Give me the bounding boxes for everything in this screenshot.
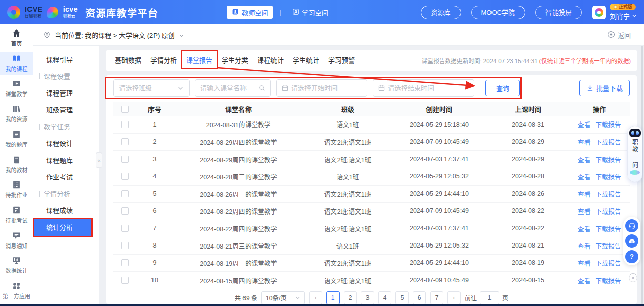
- rail-item-messages[interactable]: 消息通知: [0, 229, 33, 252]
- class-select-input[interactable]: [119, 84, 174, 92]
- prev-page-button[interactable]: ‹: [309, 291, 322, 304]
- teacher-space-button[interactable]: 教师空间: [227, 6, 273, 19]
- rail-item-classroom-teaching[interactable]: 课堂教学: [0, 77, 33, 100]
- view-link[interactable]: 查看: [577, 157, 590, 164]
- learning-space-icon: [292, 8, 299, 17]
- column-header: 课堂名称: [172, 102, 304, 116]
- tab-course-statistics[interactable]: 课程统计: [253, 50, 288, 71]
- row-checkbox[interactable]: [121, 277, 129, 284]
- download-report-link[interactable]: 下载报告: [596, 243, 621, 250]
- page-size-select[interactable]: 10条/页: [261, 291, 305, 304]
- rail-item-statistics[interactable]: 数据统计: [0, 254, 33, 278]
- download-report-link[interactable]: 下载报告: [596, 157, 621, 164]
- page-button-2[interactable]: 2: [344, 291, 357, 304]
- customer-service-button[interactable]: [625, 219, 638, 232]
- view-link[interactable]: 查看: [577, 208, 590, 216]
- download-center-button[interactable]: [625, 234, 638, 248]
- tab-classroom-report[interactable]: 课堂报告: [181, 50, 217, 71]
- view-link[interactable]: 查看: [577, 278, 590, 285]
- view-link[interactable]: 查看: [577, 174, 590, 181]
- page-button-5[interactable]: 5: [395, 291, 409, 304]
- classroom-name-input[interactable]: [200, 84, 256, 92]
- view-link[interactable]: 查看: [577, 243, 590, 250]
- row-checkbox[interactable]: [121, 121, 129, 128]
- tab-basic-data[interactable]: 基础数据: [110, 50, 146, 71]
- start-time-input[interactable]: [291, 84, 362, 92]
- cell-classroom-name: 2024-08-29周四的课堂教学: [172, 150, 304, 168]
- select-all-checkbox[interactable]: [121, 106, 129, 113]
- rail-item-my-resources[interactable]: 我的资源: [0, 102, 33, 126]
- menu-item-course-grades[interactable]: 课程成绩: [33, 202, 99, 219]
- menu-item-course-guide[interactable]: 课程引导: [33, 51, 99, 68]
- next-page-button[interactable]: ›: [447, 291, 461, 304]
- menu-item-statistical-analysis[interactable]: 统计分析: [33, 219, 92, 236]
- end-time-input[interactable]: [388, 84, 469, 92]
- class-select[interactable]: [113, 79, 190, 97]
- rail-item-my-courses[interactable]: 我的课程: [0, 52, 33, 75]
- download-report-link[interactable]: 下载报告: [596, 121, 621, 129]
- resource-library-button[interactable]: 资源库: [421, 6, 461, 19]
- smart-casting-button[interactable]: 智能投屏: [535, 6, 582, 19]
- menu-item-course-management[interactable]: 课程管理: [33, 85, 99, 102]
- tabs: 基础数据学情分析课堂报告学生分类课程统计学生统计学习预警: [110, 50, 359, 71]
- menu-collapse-handle[interactable]: «: [96, 152, 102, 168]
- download-report-link[interactable]: 下载报告: [596, 278, 621, 285]
- page-button-4[interactable]: 4: [378, 291, 391, 304]
- view-link[interactable]: 查看: [577, 226, 590, 233]
- page-button-6[interactable]: 6: [413, 291, 426, 304]
- row-checkbox[interactable]: [121, 156, 129, 163]
- menu-item-course-design[interactable]: 课程设计: [33, 135, 99, 152]
- row-checkbox[interactable]: [121, 259, 129, 266]
- row-checkbox[interactable]: [121, 138, 129, 145]
- download-report-link[interactable]: 下载报告: [596, 139, 621, 146]
- tab-student-statistics[interactable]: 学生统计: [288, 50, 324, 71]
- page-button-1[interactable]: 1: [326, 291, 340, 304]
- help-button[interactable]: ?: [625, 250, 638, 263]
- row-checkbox[interactable]: [121, 190, 129, 197]
- learning-space-button[interactable]: 学习空间: [287, 6, 333, 19]
- end-time-picker[interactable]: [373, 79, 474, 97]
- mooc-academy-button[interactable]: MOOC学院: [471, 6, 525, 19]
- menu-item-course-question-bank[interactable]: 课程题库: [33, 152, 99, 169]
- course-switch-chevron-icon[interactable]: [179, 32, 185, 38]
- avatar[interactable]: [592, 6, 606, 19]
- query-button[interactable]: 查询: [485, 80, 520, 96]
- download-report-link[interactable]: 下载报告: [596, 191, 621, 198]
- page-button-7[interactable]: 7: [430, 291, 443, 304]
- rail-item-question-bank[interactable]: 我的题库: [0, 128, 33, 151]
- tab-learning-analysis[interactable]: 学情分析: [146, 50, 181, 71]
- batch-download-button[interactable]: 批量下载: [579, 80, 630, 96]
- view-link[interactable]: 查看: [577, 260, 590, 267]
- goto-page-input[interactable]: [480, 291, 499, 304]
- checkbox-cell: [113, 185, 137, 202]
- rail-item-exams[interactable]: 待批考试: [0, 203, 33, 227]
- view-link[interactable]: 查看: [577, 139, 590, 146]
- collapse-widgets-button[interactable]: ×: [629, 273, 637, 282]
- row-checkbox[interactable]: [121, 173, 129, 180]
- tab-learning-warning[interactable]: 学习预警: [324, 50, 359, 71]
- row-checkbox[interactable]: [121, 207, 129, 215]
- download-report-link[interactable]: 下载报告: [596, 226, 621, 233]
- view-link[interactable]: 查看: [577, 191, 590, 198]
- rail-item-homework[interactable]: 待批作业: [0, 178, 33, 201]
- classroom-name-search[interactable]: [195, 79, 271, 97]
- view-link[interactable]: 查看: [577, 121, 590, 129]
- assistant-widget[interactable]: 职教一问: [627, 126, 642, 182]
- menu-item-class-management[interactable]: 班级管理: [33, 102, 99, 118]
- back-button[interactable]: 返回: [607, 30, 631, 40]
- rail-item-third-party[interactable]: 第三方应用: [0, 279, 33, 302]
- tab-student-classification[interactable]: 学生分类: [217, 50, 253, 71]
- rail-item-home[interactable]: 首页: [0, 26, 33, 50]
- row-checkbox[interactable]: [121, 225, 129, 232]
- download-icon: [587, 85, 593, 91]
- cell-created-time: 2024-05-29 14:44:10: [391, 185, 487, 202]
- menu-item-homework-exam[interactable]: 作业考试: [33, 169, 99, 186]
- row-checkbox[interactable]: [121, 242, 129, 249]
- start-time-picker[interactable]: [276, 79, 367, 97]
- download-report-link[interactable]: 下载报告: [596, 174, 621, 181]
- download-report-link[interactable]: 下载报告: [596, 260, 621, 267]
- page-button-3[interactable]: 3: [361, 291, 374, 304]
- rail-item-textbooks[interactable]: 我的教材: [0, 153, 33, 176]
- user-menu[interactable]: 刘宵宁: [610, 11, 637, 21]
- download-report-link[interactable]: 下载报告: [596, 208, 621, 216]
